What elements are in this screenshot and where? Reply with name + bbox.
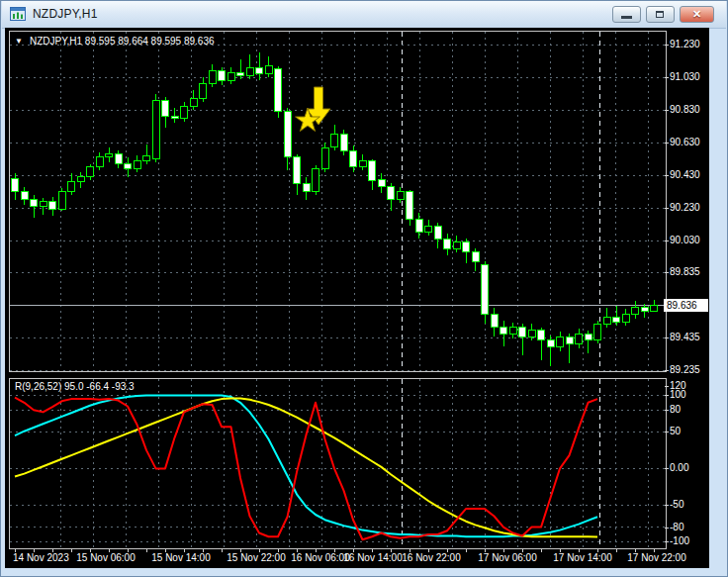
current-price-tag: 89.636 bbox=[664, 299, 708, 312]
close-button[interactable]: ✕ bbox=[680, 6, 714, 23]
chart-client-area: ▼NZDJPY,H1 89.595 89.664 89.595 89.636 R… bbox=[5, 28, 709, 568]
restore-icon bbox=[656, 11, 664, 18]
price-axis-label: 89.835 bbox=[670, 266, 700, 278]
window-title: NZDJPY,H1 bbox=[33, 7, 98, 21]
indicator-axis-label: 0.00 bbox=[670, 462, 688, 474]
symbol-ohlc-header: ▼NZDJPY,H1 89.595 89.664 89.595 89.636 bbox=[15, 36, 215, 47]
time-axis-label: 16 Nov 06:00 bbox=[291, 552, 350, 564]
indicator-axis-label: 50 bbox=[670, 426, 681, 437]
minimize-button[interactable] bbox=[612, 6, 641, 23]
time-axis-label: 15 Nov 06:00 bbox=[76, 552, 136, 564]
time-axis-label: 16 Nov 14:00 bbox=[343, 552, 403, 564]
indicator-axis-label: -50 bbox=[670, 499, 683, 511]
ohlc-text: NZDJPY,H1 89.595 89.664 89.595 89.636 bbox=[30, 36, 215, 47]
indicator-label: R(9,26,52) 95.0 -66.4 -93.3 bbox=[15, 381, 135, 392]
indicator-axis-label: -100 bbox=[670, 535, 689, 547]
price-axis-label: 91.030 bbox=[670, 71, 700, 83]
chart-window-icon bbox=[10, 6, 26, 22]
price-chart-canvas[interactable] bbox=[9, 31, 667, 372]
time-axis-label: 17 Nov 14:00 bbox=[553, 552, 612, 564]
price-axis-label: 90.230 bbox=[670, 202, 700, 214]
price-axis-label: 90.830 bbox=[670, 104, 700, 116]
time-axis-label: 17 Nov 06:00 bbox=[478, 552, 537, 564]
restore-button[interactable] bbox=[646, 6, 675, 23]
price-axis-label: 90.630 bbox=[670, 137, 700, 148]
time-axis-label: 14 Nov 2023 bbox=[13, 552, 69, 564]
price-axis-label: 90.030 bbox=[670, 235, 700, 246]
price-axis-label: 89.435 bbox=[670, 332, 700, 343]
indicator-axis-label: 80 bbox=[670, 404, 681, 416]
price-axis-label: 89.235 bbox=[670, 364, 700, 376]
price-axis-label: 91.230 bbox=[670, 39, 700, 50]
chart-window: NZDJPY,H1 ✕ ▼NZDJPY,H1 89.595 89.664 89.… bbox=[0, 0, 728, 577]
price-axis-label: 90.430 bbox=[670, 169, 700, 181]
time-axis-label: 17 Nov 22:00 bbox=[627, 552, 686, 564]
caption-buttons: ✕ bbox=[612, 6, 714, 23]
down-arrow-star-annotation bbox=[296, 87, 330, 132]
time-axis-label: 15 Nov 22:00 bbox=[227, 552, 286, 564]
time-axis-label: 15 Nov 14:00 bbox=[151, 552, 211, 564]
indicator-axis-label: 100 bbox=[670, 389, 686, 401]
time-axis-label: 16 Nov 22:00 bbox=[402, 552, 461, 564]
chevron-down-icon[interactable]: ▼ bbox=[15, 37, 23, 46]
minimize-icon bbox=[621, 16, 632, 19]
close-icon: ✕ bbox=[681, 8, 713, 21]
title-bar[interactable]: NZDJPY,H1 ✕ bbox=[2, 1, 726, 29]
indicator-canvas[interactable] bbox=[9, 378, 667, 549]
indicator-axis-label: -80 bbox=[670, 522, 683, 533]
time-axis-ticks bbox=[9, 549, 667, 553]
